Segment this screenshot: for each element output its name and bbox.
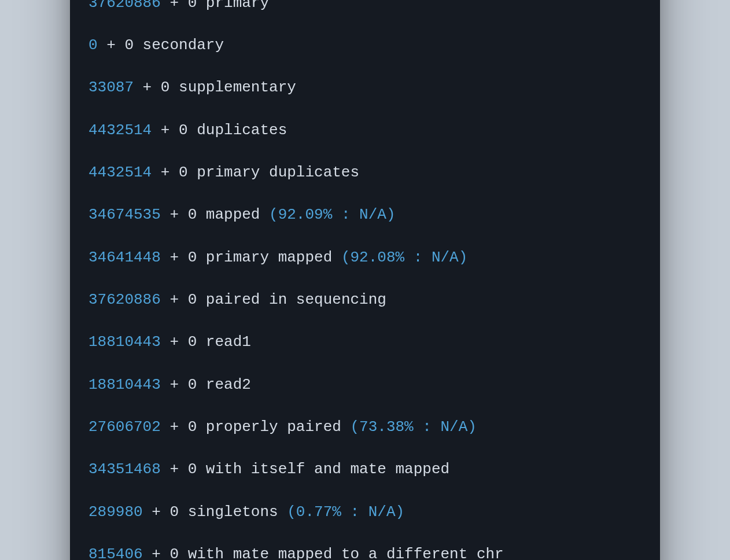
stat-annotation: (92.08% : N/A) — [341, 249, 467, 266]
stat-number: 4432514 — [89, 164, 152, 181]
stat-number: 289980 — [89, 503, 143, 521]
stat-label: + 0 primary — [161, 0, 269, 12]
output-line: 4432514 + 0 duplicates — [89, 120, 641, 141]
stat-number: 18810443 — [89, 376, 161, 393]
stat-number: 37620886 — [89, 291, 161, 308]
stat-label: + 0 with itself and mate mapped — [161, 460, 449, 478]
stat-label: + 0 mapped — [161, 206, 269, 223]
stat-number: 18810443 — [89, 333, 161, 351]
output-line: 4432514 + 0 primary duplicates — [89, 162, 641, 183]
stat-number: 27606702 — [89, 418, 161, 436]
stat-label: + 0 duplicates — [152, 121, 287, 139]
stat-label: + 0 primary duplicates — [152, 164, 359, 181]
stat-label: + 0 secondary — [98, 36, 224, 54]
stat-label: + 0 paired in sequencing — [161, 291, 386, 308]
stat-annotation: (73.38% : N/A) — [350, 418, 476, 436]
output-line: 0 + 0 secondary — [89, 35, 641, 56]
stat-label: + 0 read1 — [161, 333, 251, 351]
output-line: 34641448 + 0 primary mapped (92.08% : N/… — [89, 247, 641, 268]
stat-number: 33087 — [89, 79, 134, 96]
stat-label: + 0 singletons — [143, 503, 287, 521]
stat-number: 0 — [89, 36, 98, 54]
stat-number: 4432514 — [89, 121, 152, 139]
output-line: 18810443 + 0 read2 — [89, 374, 641, 396]
stat-label: + 0 read2 — [161, 376, 251, 393]
output-line: 33087 + 0 supplementary — [89, 77, 641, 98]
output-line: 27606702 + 0 properly paired (73.38% : N… — [89, 417, 641, 438]
output-line: 37620886 + 0 paired in sequencing — [89, 289, 641, 311]
output-line: 34351468 + 0 with itself and mate mapped — [89, 459, 641, 480]
terminal-window: 37653973 + 0 in total (QC-passed reads +… — [70, 0, 660, 560]
stat-label: + 0 primary mapped — [161, 249, 341, 266]
stat-label: + 0 supplementary — [134, 79, 296, 96]
stat-annotation: (0.77% : N/A) — [287, 503, 404, 521]
output-line: 34674535 + 0 mapped (92.09% : N/A) — [89, 204, 641, 226]
stat-label: + 0 with mate mapped to a different chr — [143, 546, 504, 560]
stat-number: 34674535 — [89, 206, 161, 223]
output-line: 815406 + 0 with mate mapped to a differe… — [89, 544, 641, 560]
output-line: 37620886 + 0 primary — [89, 0, 641, 13]
stat-number: 34641448 — [89, 249, 161, 266]
stat-number: 815406 — [89, 546, 143, 560]
stat-label: + 0 properly paired — [161, 418, 351, 436]
output-line: 18810443 + 0 read1 — [89, 331, 641, 353]
terminal-output: 37653973 + 0 in total (QC-passed reads +… — [70, 0, 660, 560]
stat-annotation: (92.09% : N/A) — [269, 206, 395, 223]
stat-number: 34351468 — [89, 460, 161, 478]
output-line: 289980 + 0 singletons (0.77% : N/A) — [89, 502, 641, 523]
stat-number: 37620886 — [89, 0, 161, 12]
